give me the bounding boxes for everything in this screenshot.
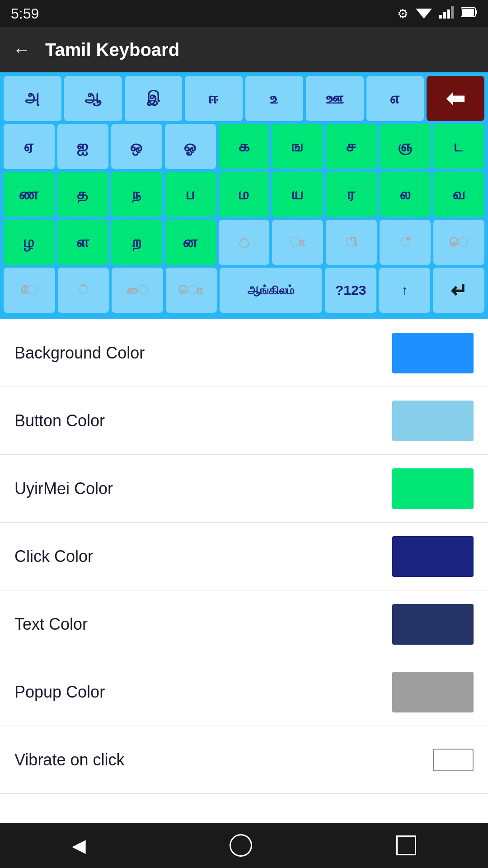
key-vowel-sign-9[interactable]: ◌ொ: [166, 268, 217, 313]
signal-icon: [439, 6, 454, 22]
key-ca[interactable]: ச: [326, 124, 377, 169]
key-lla[interactable]: ள: [57, 220, 108, 265]
key-ai[interactable]: ஐ: [57, 124, 108, 169]
svg-rect-6: [475, 10, 477, 14]
svg-rect-3: [447, 9, 450, 19]
key-ka[interactable]: க: [219, 124, 270, 169]
key-oo[interactable]: ஓ: [165, 124, 216, 169]
status-time: 5:59: [11, 5, 39, 22]
key-nna[interactable]: ன: [165, 220, 216, 265]
click-color-swatch[interactable]: [392, 536, 474, 577]
keyboard-row-1: அ ஆ இ ஈ உ ஊ எ ⬅: [4, 76, 484, 121]
nav-home-button[interactable]: [230, 834, 252, 857]
settings-label-background-color: Background Color: [14, 344, 145, 363]
page-title: Tamil Keyboard: [45, 40, 179, 60]
nav-recents-button[interactable]: [396, 835, 416, 855]
key-o[interactable]: ஒ: [111, 124, 162, 169]
wifi-icon: [416, 6, 432, 22]
settings-label-button-color: Button Color: [14, 411, 105, 430]
nav-back-button[interactable]: ◀: [72, 835, 86, 856]
button-color-swatch[interactable]: [392, 401, 474, 441]
key-vowel-sign-1[interactable]: ◌: [219, 220, 270, 265]
key-shift[interactable]: ↑: [379, 268, 431, 313]
key-ya[interactable]: ய: [272, 172, 323, 217]
settings-status-icon: ⚙: [397, 6, 408, 21]
settings-item-background-color[interactable]: Background Color: [0, 319, 488, 387]
popup-color-swatch[interactable]: [392, 672, 474, 712]
keyboard-row-2: ஏ ஐ ஒ ஓ க ங ச ஞ ட: [4, 124, 484, 169]
back-button[interactable]: ←: [13, 40, 31, 60]
keyboard-container: அ ஆ இ ஈ உ ஊ எ ⬅ ஏ ஐ ஒ ஓ க ங ச ஞ ட ண த ந …: [0, 72, 488, 319]
key-ta[interactable]: ட: [433, 124, 484, 169]
svg-rect-7: [462, 9, 474, 16]
battery-icon: [461, 6, 477, 21]
status-bar: 5:59 ⚙: [0, 0, 488, 27]
key-ma[interactable]: ம: [219, 172, 270, 217]
key-u[interactable]: உ: [245, 76, 303, 121]
key-va[interactable]: வ: [433, 172, 484, 217]
settings-label-click-color: Click Color: [14, 547, 93, 566]
key-nga[interactable]: ங: [272, 124, 323, 169]
key-vowel-sign-4[interactable]: ◌ீ: [380, 220, 431, 265]
settings-item-button-color[interactable]: Button Color: [0, 387, 488, 455]
key-backspace[interactable]: ⬅: [427, 76, 484, 121]
key-nya[interactable]: ஞ: [380, 124, 431, 169]
key-vowel-sign-3[interactable]: ◌ி: [326, 220, 377, 265]
key-na2[interactable]: ண: [4, 172, 55, 217]
key-english[interactable]: ஆங்கிலம்: [220, 268, 322, 313]
keyboard-row-4: ழ ள ற ன ◌ ◌ா ◌ி ◌ீ ◌ெ: [4, 220, 484, 265]
key-ra[interactable]: ர: [326, 172, 377, 217]
key-vowel-sign-8[interactable]: ◌ை: [112, 268, 163, 313]
keyboard-row-3: ண த ந ப ம ய ர ல வ: [4, 172, 484, 217]
key-zha[interactable]: ழ: [4, 220, 55, 265]
key-vowel-sign-6[interactable]: ◌ே: [4, 268, 55, 313]
status-icons: ⚙: [397, 6, 477, 22]
key-tha[interactable]: த: [57, 172, 108, 217]
key-i[interactable]: இ: [125, 76, 183, 121]
key-enter[interactable]: ↵: [433, 268, 484, 313]
key-aa[interactable]: ஆ: [64, 76, 122, 121]
settings-item-vibrate[interactable]: Vibrate on click: [0, 726, 488, 794]
keyboard-row-5: ◌ே ◌் ◌ை ◌ொ ஆங்கிலம் ?123 ↑ ↵: [4, 268, 484, 313]
settings-list: Background Color Button Color UyirMei Co…: [0, 319, 488, 823]
svg-marker-0: [416, 9, 432, 19]
svg-rect-4: [451, 6, 454, 19]
svg-rect-1: [439, 15, 442, 19]
uyirmei-color-swatch[interactable]: [392, 468, 474, 509]
key-vowel-sign-2[interactable]: ◌ா: [272, 220, 323, 265]
key-vowel-sign-7[interactable]: ◌்: [58, 268, 109, 313]
key-uu[interactable]: ஊ: [306, 76, 364, 121]
text-color-swatch[interactable]: [392, 604, 474, 645]
app-bar: ← Tamil Keyboard: [0, 27, 488, 72]
key-e[interactable]: எ: [366, 76, 424, 121]
settings-label-text-color: Text Color: [14, 615, 88, 634]
settings-label-popup-color: Popup Color: [14, 683, 105, 702]
background-color-swatch[interactable]: [392, 333, 474, 373]
key-ii[interactable]: ஈ: [185, 76, 243, 121]
vibrate-toggle[interactable]: [433, 749, 474, 771]
key-na[interactable]: ந: [111, 172, 162, 217]
settings-label-uyirmei-color: UyirMei Color: [14, 479, 113, 498]
key-vowel-sign-5[interactable]: ◌ெ: [433, 220, 484, 265]
key-ee[interactable]: ஏ: [4, 124, 55, 169]
key-rra[interactable]: ற: [111, 220, 162, 265]
settings-item-text-color[interactable]: Text Color: [0, 590, 488, 658]
settings-item-popup-color[interactable]: Popup Color: [0, 658, 488, 726]
svg-rect-2: [443, 12, 446, 19]
nav-bar: ◀: [0, 823, 488, 868]
settings-label-vibrate: Vibrate on click: [14, 750, 124, 769]
settings-item-click-color[interactable]: Click Color: [0, 523, 488, 590]
key-la[interactable]: ல: [380, 172, 431, 217]
key-num[interactable]: ?123: [325, 268, 376, 313]
key-a[interactable]: அ: [4, 76, 61, 121]
settings-item-uyirmei-color[interactable]: UyirMei Color: [0, 455, 488, 523]
key-pa[interactable]: ப: [165, 172, 216, 217]
